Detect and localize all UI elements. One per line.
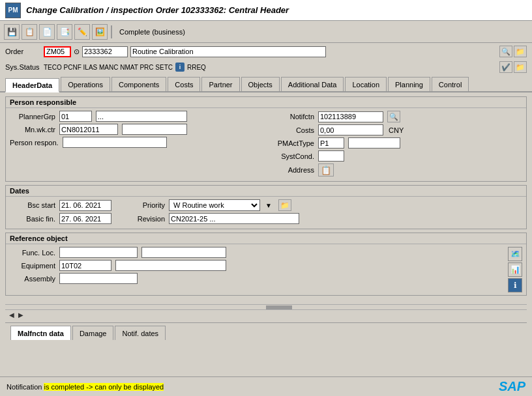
address-row: Address 📋 [269, 163, 522, 177]
tab-additional-data[interactable]: Additional Data [281, 77, 344, 91]
func-loc-desc-input[interactable] [141, 247, 226, 258]
tabs-bar: HeaderData Operations Components Costs P… [0, 74, 532, 92]
reference-object-content: Func. Loc. Equipment Assembly [10, 247, 522, 292]
toolbar-btn-6[interactable]: 🖼️ [92, 24, 108, 40]
planner-grp-input[interactable] [59, 111, 92, 122]
nav-left[interactable]: ◀ [9, 311, 14, 318]
tab-objects[interactable]: Objects [241, 77, 280, 91]
tab-components[interactable]: Components [111, 77, 166, 91]
order-search-btn[interactable]: 🔍 [499, 46, 512, 57]
tab-costs[interactable]: Costs [168, 77, 200, 91]
person-responsible-right: Notifctn 🔍 Costs CNY PMActType [269, 111, 522, 178]
bsc-start-input[interactable] [59, 200, 111, 211]
syst-cond-label: SystCond. [269, 152, 314, 160]
tab-partner[interactable]: Partner [201, 77, 239, 91]
costs-currency: CNY [389, 126, 404, 134]
notifctn-input[interactable] [318, 111, 383, 122]
order-label: Order [5, 48, 41, 55]
toolbar-btn-4[interactable]: 📑 [57, 24, 72, 40]
dates-header: Dates [6, 186, 526, 197]
bottom-tab-malfnctn[interactable]: Malfnctn data [10, 326, 71, 340]
func-loc-input[interactable] [59, 247, 138, 258]
equipment-input[interactable] [59, 260, 111, 271]
order-description-input[interactable] [130, 46, 326, 57]
priority-label: Priority [132, 201, 165, 209]
order-divider: ⊙ [74, 48, 80, 56]
ref-icon-2[interactable]: 📊 [508, 262, 522, 277]
planner-grp-desc-input[interactable] [96, 111, 187, 122]
func-loc-row: Func. Loc. [10, 247, 503, 258]
syst-cond-input[interactable] [318, 150, 344, 162]
nav-right[interactable]: ▶ [18, 311, 23, 318]
equipment-row: Equipment [10, 260, 503, 271]
toolbar-btn-1[interactable]: 💾 [4, 24, 20, 40]
equipment-desc-input[interactable] [115, 260, 226, 271]
person-responsible-header: Person responsible [6, 97, 526, 108]
address-icon-btn[interactable]: 📋 [318, 163, 334, 177]
priority-select[interactable]: W Routine work [169, 199, 260, 211]
info-icon[interactable]: i [175, 63, 185, 72]
dates-section: Dates Bsc start Priority W Routine work … [5, 185, 527, 229]
dates-body: Bsc start Priority W Routine work ▼ 📁 Ba… [6, 197, 526, 229]
person-responsible-body: PlannerGrp Mn.wk.ctr Person respon. [6, 108, 526, 181]
order-type-input[interactable] [44, 46, 71, 57]
tab-headerdata[interactable]: HeaderData [5, 78, 59, 92]
sys-status-folder-btn[interactable]: 📁 [514, 61, 527, 73]
person-respon-label: Person respon. [10, 139, 59, 147]
order-row: Order ⊙ 🔍 📁 [0, 43, 532, 60]
status-text-part1: Notification [7, 383, 44, 391]
bottom-area: ◀ ▶ Malfnctn data Damage Notif. dates [0, 304, 532, 340]
person-respon-input[interactable] [63, 137, 167, 148]
revision-label: Revision [132, 215, 165, 223]
mn-wk-ctr-row: Mn.wk.ctr [10, 124, 263, 135]
revision-input[interactable] [169, 213, 299, 224]
sys-status-row: Sys.Status TECO PCNF ILAS MANC NMAT PRC … [0, 60, 532, 74]
tab-control[interactable]: Control [432, 77, 469, 91]
costs-label: Costs [269, 126, 314, 134]
app-icon: PM [5, 3, 21, 18]
bottom-tabs: Malfnctn data Damage Notif. dates [5, 322, 527, 340]
basic-fin-input[interactable] [59, 213, 111, 224]
status-text-highlight: is completed -> can only be displayed [44, 383, 164, 391]
pm-act-type-row: PMActType [269, 137, 522, 148]
costs-input[interactable] [318, 124, 383, 135]
equipment-label: Equipment [10, 262, 55, 270]
mn-wk-ctr-desc-input[interactable] [122, 124, 187, 135]
toolbar-btn-3[interactable]: 📄 [39, 24, 55, 40]
planner-grp-label: PlannerGrp [10, 113, 55, 120]
ref-icon-1[interactable]: 🗺️ [508, 247, 522, 261]
rreq-status: RREQ [187, 64, 206, 71]
title-bar: PM Change Calibration / inspection Order… [0, 0, 532, 21]
toolbar-btn-5[interactable]: ✏️ [74, 24, 90, 40]
pm-act-type-desc-input[interactable] [348, 137, 400, 148]
main-content: Person responsible PlannerGrp Mn.wk.ctr [0, 92, 532, 303]
pm-act-type-input[interactable] [318, 137, 344, 148]
tab-planning[interactable]: Planning [388, 77, 430, 91]
pm-act-type-label: PMActType [269, 139, 314, 147]
dates-folder-btn[interactable]: 📁 [278, 199, 291, 211]
syst-cond-row: SystCond. [269, 150, 522, 162]
bottom-tab-damage[interactable]: Damage [72, 326, 114, 340]
tab-location[interactable]: Location [345, 77, 387, 91]
order-folder-btn[interactable]: 📁 [514, 46, 527, 57]
assembly-input[interactable] [59, 273, 138, 284]
func-loc-label: Func. Loc. [10, 249, 55, 257]
ref-icon-3[interactable]: ℹ [508, 278, 522, 292]
costs-row: Costs CNY [269, 124, 522, 135]
assembly-row: Assembly [10, 273, 503, 284]
tab-operations[interactable]: Operations [61, 77, 110, 91]
assembly-label: Assembly [10, 275, 55, 283]
toolbar-separator [111, 25, 112, 38]
order-number-input[interactable] [82, 46, 128, 57]
reference-object-section: Reference object Func. Loc. Equipment [5, 233, 527, 296]
sys-status-check-btn[interactable]: ✔️ [499, 61, 512, 73]
bottom-tab-notif-dates[interactable]: Notif. dates [115, 326, 166, 340]
notifctn-search-btn[interactable]: 🔍 [387, 111, 400, 122]
reference-object-fields: Func. Loc. Equipment Assembly [10, 247, 503, 292]
status-text-area: Notification is completed -> can only be… [7, 383, 164, 391]
mn-wk-ctr-input[interactable] [59, 124, 118, 135]
toolbar-btn-2[interactable]: 📋 [22, 24, 37, 40]
notifctn-label: Notifctn [269, 113, 314, 120]
sys-status-label: Sys.Status [5, 63, 41, 71]
notifctn-row: Notifctn 🔍 [269, 111, 522, 122]
